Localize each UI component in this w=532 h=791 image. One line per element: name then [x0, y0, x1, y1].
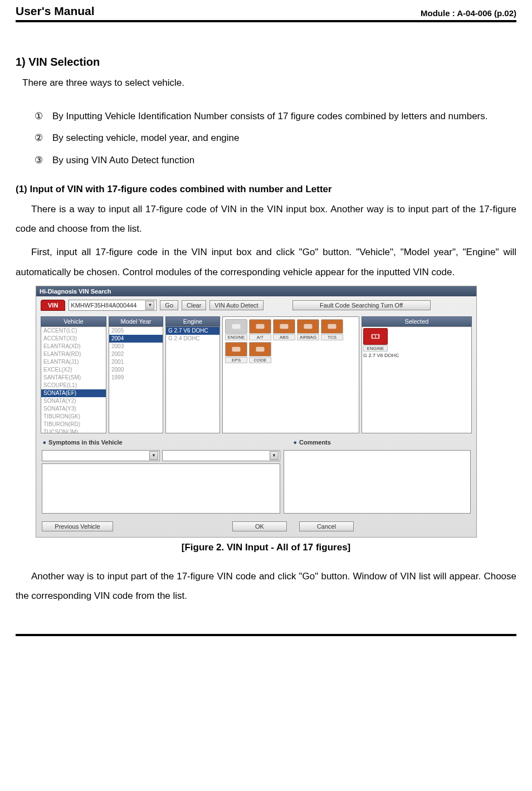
list-item: ① By Inputting Vehicle Identification Nu… — [35, 106, 511, 126]
module-label: A/T — [249, 334, 271, 340]
svg-rect-4 — [328, 324, 336, 328]
module-chip-engine[interactable]: ENGINE — [225, 319, 247, 340]
list-item[interactable]: 2001 — [109, 358, 163, 366]
control-modules-panel: ENGINEA/TABSAIRBAGTCSEPSCODE — [222, 316, 359, 433]
list-item: ② By selecting vehicle, model year, and … — [35, 128, 511, 148]
dropdown-arrow-icon: ▼ — [149, 451, 158, 460]
vin-autodetect-button[interactable]: VIN Auto Detect — [209, 300, 263, 310]
section-heading: 1) VIN Selection — [16, 56, 516, 69]
section-labels-row: Symptoms in this Vehicle Comments — [36, 434, 476, 449]
subsection-para2: First, input all 17-figure code in the V… — [16, 242, 516, 282]
list-item[interactable]: SONATA(Y3) — [41, 405, 106, 413]
list-item[interactable]: ACCENT(X3) — [41, 335, 106, 343]
module-chip-at[interactable]: A/T — [249, 319, 271, 340]
module-label: EPS — [225, 357, 247, 363]
engine-column-header: Engine — [165, 316, 220, 326]
list-item[interactable]: TIBURON(RD) — [41, 421, 106, 428]
module-icon — [249, 342, 271, 357]
go-button[interactable]: Go — [160, 300, 178, 310]
list-item[interactable]: G 2.4 DOHC — [166, 335, 219, 343]
svg-rect-1 — [256, 324, 265, 328]
list-item[interactable]: 2004 — [109, 335, 163, 343]
module-chip-abs[interactable]: ABS — [273, 319, 295, 340]
module-chip-eps[interactable]: EPS — [225, 342, 247, 363]
figure-caption: [Figure 2. VIN Input - All of 17 figures… — [16, 542, 516, 553]
vin-tab[interactable]: VIN — [41, 300, 65, 311]
svg-rect-8 — [373, 335, 375, 338]
module-chip-tcs[interactable]: TCS — [321, 319, 343, 340]
svg-rect-3 — [304, 324, 313, 328]
ok-button[interactable]: OK — [232, 521, 287, 531]
symptoms-textarea[interactable] — [42, 463, 280, 514]
module-label: AIRBAG — [297, 334, 319, 340]
list-item[interactable]: TIBURON(GK) — [41, 413, 106, 421]
clear-button[interactable]: Clear — [182, 300, 206, 310]
module-chip-code[interactable]: CODE — [249, 342, 271, 363]
svg-rect-2 — [280, 324, 289, 328]
vehicle-list[interactable]: ACCENT(LC)ACCENT(X3)ELANTRA(XD)ELANTRA(R… — [41, 326, 106, 433]
vehicle-column-header: Vehicle — [41, 316, 106, 326]
vin-input[interactable]: KMHWF35H84A000444 ▼ — [69, 300, 157, 311]
list-item[interactable]: EXCEL(X2) — [41, 366, 106, 374]
list-item[interactable]: ELANTRA(XD) — [41, 343, 106, 350]
selected-engine-label: ENGINE — [363, 345, 388, 351]
module-icon — [297, 319, 319, 334]
list-item[interactable]: 2003 — [109, 343, 163, 350]
list-marker: ③ — [35, 150, 45, 170]
modelyear-column-header: Model Year — [109, 316, 163, 326]
selected-engine-text: G 2.7 V6 DOHC — [363, 353, 470, 358]
section-intro: There are three ways to select vehicle. — [22, 73, 511, 93]
para-after-figure: Another way is to input part of the 17-f… — [16, 567, 516, 606]
cancel-button[interactable]: Cancel — [299, 521, 354, 531]
list-item[interactable]: 2005 — [109, 327, 163, 335]
modelyear-list[interactable]: 2005200420032002200120001999 — [109, 326, 163, 433]
module-label: CODE — [249, 357, 271, 363]
list-item[interactable]: G 2.7 V6 DOHC — [166, 327, 219, 335]
list-item[interactable]: SONATA(Y2) — [41, 397, 106, 405]
toolbar: VIN KMHWF35H84A000444 ▼ Go Clear VIN Aut… — [36, 296, 476, 314]
previous-vehicle-button[interactable]: Previous Vehicle — [42, 521, 113, 531]
symptom-item-select[interactable]: ▼ — [162, 450, 280, 461]
svg-rect-9 — [376, 335, 378, 338]
list-item[interactable]: 2000 — [109, 366, 163, 374]
dropdown-arrow-icon[interactable]: ▼ — [145, 301, 154, 310]
module-icon — [249, 319, 271, 334]
module-icon — [273, 319, 295, 334]
list-marker: ② — [35, 128, 45, 148]
module-icon — [225, 342, 247, 357]
svg-rect-0 — [232, 324, 241, 328]
list-item: ③ By using VIN Auto Detect function — [35, 150, 511, 170]
svg-rect-7 — [372, 334, 380, 338]
vin-search-window: Hi-Diagnosis VIN Search VIN KMHWF35H84A0… — [36, 286, 477, 538]
list-item[interactable]: SCOUPE(L1) — [41, 382, 106, 389]
vin-selection-methods-list: ① By Inputting Vehicle Identification Nu… — [35, 106, 511, 170]
module-icon — [321, 319, 343, 334]
svg-rect-6 — [256, 346, 265, 351]
list-item[interactable]: 2002 — [109, 350, 163, 358]
header-rule — [16, 20, 516, 22]
list-text: By selecting vehicle, model year, and en… — [52, 128, 239, 148]
comments-textarea[interactable] — [284, 450, 471, 514]
list-item[interactable]: ELANTRA(RD) — [41, 350, 106, 358]
list-item[interactable]: 1999 — [109, 374, 163, 382]
header-module: Module : A-04-006 (p.02) — [421, 8, 516, 18]
vin-input-value: KMHWF35H84A000444 — [71, 302, 136, 309]
engine-icon[interactable] — [363, 328, 388, 345]
engine-list[interactable]: G 2.7 V6 DOHCG 2.4 DOHC — [165, 326, 220, 433]
module-icon — [225, 319, 247, 334]
svg-rect-5 — [232, 346, 241, 351]
symptom-category-select[interactable]: ▼ — [42, 450, 160, 461]
list-item[interactable]: TUCSON(JM) — [41, 428, 106, 433]
list-item[interactable]: ELANTRA(J1) — [41, 358, 106, 366]
module-label: TCS — [321, 334, 343, 340]
engine-icon-svg — [370, 333, 381, 340]
dropdown-arrow-icon: ▼ — [270, 451, 279, 460]
list-item[interactable]: ACCENT(LC) — [41, 327, 106, 335]
module-chip-airbag[interactable]: AIRBAG — [297, 319, 319, 340]
list-text: By using VIN Auto Detect function — [52, 150, 194, 170]
list-item[interactable]: SANTAFE(SM) — [41, 374, 106, 382]
list-item[interactable]: SONATA(EF) — [41, 389, 106, 397]
window-titlebar: Hi-Diagnosis VIN Search — [36, 286, 476, 296]
list-text: By Inputting Vehicle Identification Numb… — [52, 106, 488, 126]
fault-code-toggle-button[interactable]: Fault Code Searching Turn Off — [292, 300, 431, 310]
